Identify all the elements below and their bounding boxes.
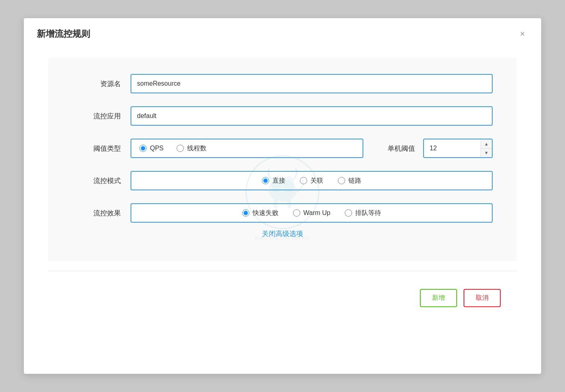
thread-count-label: 线程数 <box>187 144 207 153</box>
spinner-down-button[interactable]: ▼ <box>481 149 492 158</box>
machine-threshold-input-wrap: ▲ ▼ <box>423 139 493 158</box>
related-mode-label: 关联 <box>310 177 323 185</box>
modal-title: 新增流控规则 <box>37 28 90 40</box>
resource-name-row: 资源名 <box>72 74 493 93</box>
qps-option[interactable]: QPS <box>139 145 164 152</box>
resource-name-input[interactable] <box>131 74 493 93</box>
effect-control: 快速失败 Warm Up 排队等待 <box>131 203 493 223</box>
queue-wait-radio[interactable] <box>345 209 352 217</box>
modal-header: 新增流控规则 × <box>24 18 541 48</box>
resource-name-label: 资源名 <box>72 79 121 89</box>
toggle-advanced-link[interactable]: 关闭高级选项 <box>72 229 493 238</box>
toggle-section: 关闭高级选项 <box>72 229 493 238</box>
queue-wait-label: 排队等待 <box>355 209 381 217</box>
machine-threshold-input[interactable] <box>424 139 481 157</box>
threshold-type-control: QPS 线程数 单机阈值 <box>131 139 493 158</box>
chain-mode-option[interactable]: 链路 <box>338 177 361 185</box>
mode-label: 流控模式 <box>72 176 121 185</box>
threshold-type-label: 阈值类型 <box>72 144 121 153</box>
threshold-type-box: QPS 线程数 <box>131 139 363 158</box>
app-input[interactable] <box>131 106 493 126</box>
related-mode-radio[interactable] <box>300 177 307 184</box>
mode-box: 直接 关联 链路 <box>131 171 493 190</box>
modal-footer: 新增 取消 <box>48 281 517 320</box>
threshold-type-radio-group: QPS 线程数 <box>139 144 207 153</box>
fast-fail-option[interactable]: 快速失败 <box>242 209 278 217</box>
thread-count-radio[interactable] <box>177 145 184 152</box>
fast-fail-label: 快速失败 <box>253 209 278 217</box>
chain-mode-label: 链路 <box>348 177 361 185</box>
threshold-type-row: 阈值类型 QPS <box>72 139 493 158</box>
effect-box: 快速失败 Warm Up 排队等待 <box>131 203 493 223</box>
app-label: 流控应用 <box>72 112 121 121</box>
close-button[interactable]: × <box>517 28 528 40</box>
warm-up-radio[interactable] <box>293 209 300 217</box>
form-container: 资源名 流控应用 阈值类型 <box>48 58 517 261</box>
fast-fail-radio[interactable] <box>242 209 249 217</box>
number-spinners: ▲ ▼ <box>481 139 492 157</box>
app-control <box>131 106 493 126</box>
footer-divider <box>48 271 517 271</box>
related-mode-option[interactable]: 关联 <box>300 177 323 185</box>
direct-mode-option[interactable]: 直接 <box>262 177 285 185</box>
qps-radio[interactable] <box>139 145 147 152</box>
app-row: 流控应用 <box>72 106 493 126</box>
chain-mode-radio[interactable] <box>338 177 345 184</box>
mode-control: 直接 关联 链路 <box>131 171 493 190</box>
modal-body: 资源名 流控应用 阈值类型 <box>24 48 541 333</box>
warm-up-option[interactable]: Warm Up <box>293 209 331 217</box>
add-button[interactable]: 新增 <box>420 289 457 307</box>
direct-mode-label: 直接 <box>272 177 285 185</box>
cancel-button[interactable]: 取消 <box>464 289 501 307</box>
qps-label: QPS <box>150 145 164 152</box>
spinner-up-button[interactable]: ▲ <box>481 139 492 149</box>
modal-dialog: 新增流控规则 × 资源名 流控应用 <box>24 18 541 374</box>
queue-wait-option[interactable]: 排队等待 <box>345 209 381 217</box>
direct-mode-radio[interactable] <box>262 177 269 184</box>
machine-threshold-label: 单机阈值 <box>388 144 415 153</box>
modal-overlay: 新增流控规则 × 资源名 流控应用 <box>0 0 565 392</box>
mode-row: 流控模式 直接 关联 <box>72 171 493 190</box>
effect-row: 流控效果 快速失败 Warm Up <box>72 203 493 223</box>
warm-up-label: Warm Up <box>304 209 331 217</box>
effect-label: 流控效果 <box>72 209 121 218</box>
resource-name-control <box>131 74 493 93</box>
thread-count-option[interactable]: 线程数 <box>177 144 207 153</box>
